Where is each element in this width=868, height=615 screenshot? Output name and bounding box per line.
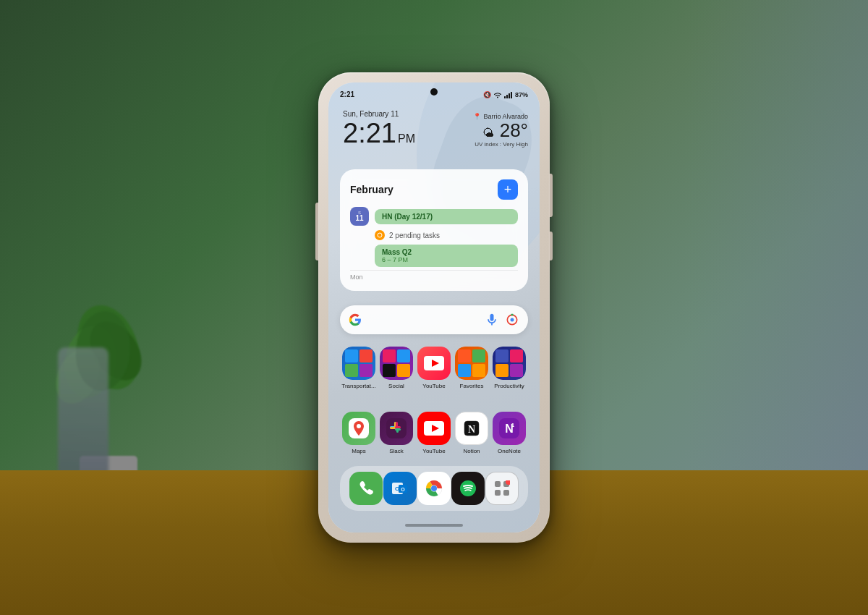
volume-down-button[interactable] [550, 232, 553, 260]
app-item-transportation[interactable]: Transportat... [340, 347, 378, 390]
svg-rect-38 [495, 481, 501, 487]
phone-call-icon [357, 479, 375, 498]
google-search-bar[interactable] [340, 305, 528, 334]
dock-outlook-icon[interactable]: O O [383, 472, 417, 505]
calendar-header: February + [350, 179, 518, 200]
svg-rect-41 [503, 490, 509, 496]
svg-rect-1 [506, 95, 508, 98]
maps-label: Maps [352, 448, 366, 455]
calendar-day-badge: S 11 [350, 207, 369, 226]
power-button[interactable] [315, 203, 318, 260]
grid-icon [494, 480, 510, 496]
svg-text:O: O [401, 487, 405, 492]
app-item-youtube-folder[interactable]: YouTube [415, 347, 453, 390]
svg-rect-7 [511, 314, 513, 316]
app-item-youtube[interactable]: YouTube [415, 412, 453, 455]
app-item-maps[interactable]: Maps [340, 412, 378, 455]
svg-text:N: N [468, 424, 475, 435]
calendar-event-2: Mass Q2 6 – 7 PM [350, 245, 518, 267]
app-row-1: Transportat... Social [340, 347, 528, 390]
app-item-onenote[interactable]: N 1 OneNote [490, 412, 528, 455]
camera-cutout [430, 88, 438, 96]
calendar-widget: February + S 11 HN (Day 12/17) [340, 169, 528, 291]
svg-point-6 [511, 318, 514, 322]
dock-apps-grid-icon[interactable] [485, 472, 519, 505]
notion-label: Notion [463, 448, 480, 455]
home-indicator[interactable] [405, 524, 463, 527]
task-count: 2 pending tasks [389, 232, 440, 239]
svg-rect-16 [395, 428, 401, 430]
app-item-social[interactable]: Social [378, 347, 415, 390]
widget-time: 2:21PM [343, 119, 415, 147]
app-dock: O O [340, 466, 528, 511]
event-2-pill[interactable]: Mass Q2 6 – 7 PM [375, 245, 518, 267]
transportation-folder-icon [342, 347, 375, 380]
notion-svg-icon: N [461, 418, 482, 438]
svg-rect-0 [504, 96, 506, 98]
app-item-favorites[interactable]: Favorites [453, 347, 490, 390]
dock-chrome-icon[interactable] [417, 472, 451, 505]
volume-up-button[interactable] [550, 174, 553, 217]
productivity-label: Productivity [494, 383, 524, 390]
scene: 2:21 🔇 [0, 0, 868, 615]
weather-temperature: 🌤 28° [473, 120, 528, 141]
signal-icon [504, 91, 513, 98]
maps-icon [342, 412, 375, 445]
app-item-slack[interactable]: Slack [378, 412, 415, 455]
event-1-pill[interactable]: HN (Day 12/17) [375, 209, 518, 224]
svg-rect-20 [395, 426, 401, 428]
google-g-icon [349, 313, 362, 326]
app-item-notion[interactable]: N Notion [453, 412, 490, 455]
social-label: Social [388, 383, 404, 390]
event-2-name: Mass Q2 [382, 248, 511, 256]
calendar-add-button[interactable]: + [498, 179, 518, 200]
svg-rect-18 [390, 427, 396, 429]
svg-rect-40 [495, 490, 501, 496]
youtube-app-label: YouTube [422, 448, 445, 455]
check-icon [377, 232, 383, 238]
day-number: 11 [355, 215, 363, 222]
mute-icon: 🔇 [483, 91, 491, 98]
mic-icon[interactable] [485, 313, 499, 327]
slack-icon [380, 412, 413, 445]
task-icon [375, 230, 385, 240]
calendar-month: February [350, 184, 393, 195]
svg-point-36 [431, 485, 437, 491]
weather-widget: 📍 Barrio Alvarado 🌤 28° UV index : Very … [473, 113, 528, 148]
svg-rect-3 [511, 92, 512, 98]
youtube-play-icon [424, 356, 444, 370]
onenote-svg-icon: N 1 [499, 418, 519, 438]
location-pin-icon: 📍 [473, 113, 481, 120]
pending-tasks: 2 pending tasks [350, 230, 518, 240]
youtube-folder-icon [417, 347, 451, 380]
app-row-2: Maps [340, 412, 528, 455]
datetime-widget: Sun, February 11 2:21PM [343, 110, 415, 147]
battery-percent: 87% [515, 91, 528, 98]
calendar-next-day: Mon [350, 270, 518, 281]
svg-point-37 [460, 480, 476, 496]
slack-label: Slack [389, 448, 404, 455]
favorites-label: Favorites [460, 383, 484, 390]
status-time: 2:21 [340, 90, 354, 98]
youtube-app-svg-icon [424, 421, 444, 436]
dock-phone-icon[interactable] [349, 472, 383, 505]
svg-text:O: O [395, 485, 399, 492]
calendar-event-1: S 11 HN (Day 12/17) [350, 207, 518, 226]
spotify-icon [459, 479, 477, 498]
svg-rect-2 [509, 93, 510, 98]
transportation-label: Transportat... [341, 383, 375, 390]
onenote-icon: N 1 [493, 412, 526, 445]
social-folder-icon [380, 347, 413, 380]
phone-frame: 2:21 🔇 [318, 72, 550, 543]
svg-text:1: 1 [511, 422, 515, 428]
maps-svg-icon [349, 418, 369, 438]
notion-icon: N [455, 412, 488, 445]
dock-spotify-icon[interactable] [451, 472, 485, 505]
lens-icon[interactable] [505, 313, 519, 327]
outlook-icon: O O [391, 479, 409, 498]
youtube-app-icon [417, 412, 451, 445]
widget-date: Sun, February 11 [343, 110, 415, 118]
weather-cloud-icon: 🌤 [482, 127, 494, 139]
app-item-productivity[interactable]: Productivity [490, 347, 528, 390]
chrome-icon [425, 479, 443, 498]
